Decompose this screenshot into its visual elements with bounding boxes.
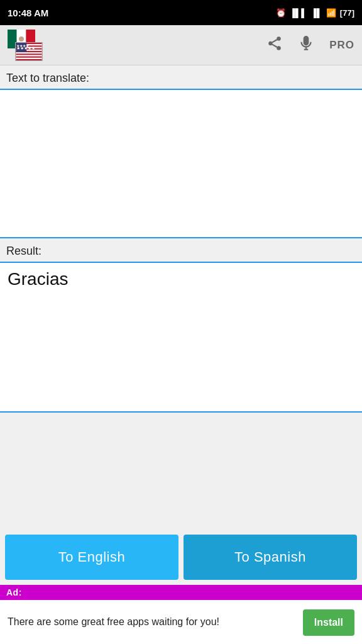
ad-footer: There are some great free apps waiting f… <box>0 600 362 644</box>
share-icon[interactable] <box>266 35 283 55</box>
svg-point-3 <box>19 36 24 42</box>
result-box: Gracias <box>0 262 362 413</box>
alarm-icon: ⏰ <box>276 8 286 18</box>
language-flags[interactable]: ★★★★★ ★★★★ <box>8 30 45 61</box>
svg-point-15 <box>268 41 273 45</box>
to-english-button[interactable]: To English <box>5 535 178 580</box>
install-button[interactable]: Install <box>303 609 354 636</box>
status-time: 10:48 AM <box>8 8 48 18</box>
status-icons: ⏰ ▐▌▌ ▐▌ 📶 [77] <box>276 8 354 18</box>
svg-rect-19 <box>304 36 309 45</box>
svg-point-14 <box>277 36 281 40</box>
input-area-wrapper <box>0 89 362 238</box>
input-label: Text to translate: <box>0 65 362 89</box>
result-label: Result: <box>0 238 362 262</box>
signal-icon: ▐▌▌ <box>290 8 307 18</box>
translate-input[interactable] <box>8 96 354 228</box>
button-row: To English To Spanish <box>0 530 362 585</box>
ad-message: There are some great free apps waiting f… <box>8 615 297 629</box>
ad-label: Ad: <box>0 585 362 600</box>
svg-text:★★★★: ★★★★ <box>16 43 29 47</box>
wifi-icon: 📶 <box>326 8 336 18</box>
result-text: Gracias <box>8 269 68 289</box>
main-content: Text to translate: Result: Gracias <box>0 65 362 530</box>
svg-rect-9 <box>16 55 41 56</box>
signal-icon-2: ▐▌ <box>310 8 322 18</box>
svg-line-18 <box>272 40 277 42</box>
pro-label[interactable]: PRO <box>329 39 354 52</box>
toolbar: ★★★★★ ★★★★ PRO <box>0 25 362 65</box>
svg-rect-8 <box>16 52 41 53</box>
toolbar-actions: PRO <box>266 35 354 55</box>
us-flag: ★★★★★ ★★★★ <box>15 42 43 61</box>
svg-rect-10 <box>16 57 41 58</box>
status-bar: 10:48 AM ⏰ ▐▌▌ ▐▌ 📶 [77] <box>0 0 362 25</box>
microphone-icon[interactable] <box>298 35 314 55</box>
battery-icon: [77] <box>340 8 354 18</box>
to-spanish-button[interactable]: To Spanish <box>184 535 357 580</box>
svg-line-17 <box>272 44 277 47</box>
svg-point-16 <box>277 46 281 50</box>
